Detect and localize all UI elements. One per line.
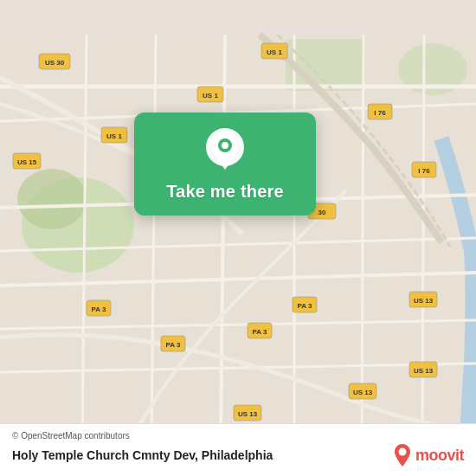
svg-point-55	[398, 448, 406, 456]
location-pin-icon	[203, 128, 248, 173]
svg-point-2	[17, 169, 87, 229]
take-me-there-button[interactable]: Take me there	[166, 182, 284, 202]
svg-text:30: 30	[318, 209, 326, 216]
svg-text:PA 3: PA 3	[166, 341, 181, 349]
svg-text:US 13: US 13	[414, 367, 434, 375]
location-name-text: Holy Temple Church Cmnty Dev, Philadelph…	[12, 448, 273, 462]
svg-text:PA 3: PA 3	[92, 306, 106, 313]
svg-point-54	[222, 142, 228, 149]
svg-line-17	[422, 35, 424, 441]
svg-text:I 76: I 76	[418, 167, 430, 175]
copyright-text: © OpenStreetMap contributors	[12, 431, 464, 441]
moovit-brand-text: moovit	[415, 447, 464, 465]
svg-text:US 30: US 30	[45, 59, 65, 67]
svg-text:PA 3: PA 3	[253, 328, 267, 336]
location-card: Take me there	[134, 113, 316, 215]
svg-text:US 13: US 13	[414, 297, 434, 305]
svg-text:US 1: US 1	[106, 132, 122, 140]
moovit-pin-icon	[393, 443, 412, 467]
svg-text:US 13: US 13	[353, 389, 373, 396]
moovit-logo: moovit	[393, 443, 464, 467]
svg-text:I 76: I 76	[374, 109, 386, 117]
svg-text:US 1: US 1	[203, 92, 218, 100]
map-background: US 30 US 1 US 1 US 1 US 15 I 76 I 76 PA …	[0, 0, 476, 476]
svg-text:US 13: US 13	[238, 410, 258, 418]
svg-text:PA 3: PA 3	[298, 302, 312, 310]
svg-line-16	[362, 35, 363, 441]
map-container: US 30 US 1 US 1 US 1 US 15 I 76 I 76 PA …	[0, 0, 476, 476]
location-info-bar: Holy Temple Church Cmnty Dev, Philadelph…	[12, 443, 464, 467]
svg-text:US 15: US 15	[17, 158, 37, 166]
svg-text:US 1: US 1	[267, 48, 282, 56]
bottom-bar: © OpenStreetMap contributors Holy Temple…	[0, 423, 476, 476]
